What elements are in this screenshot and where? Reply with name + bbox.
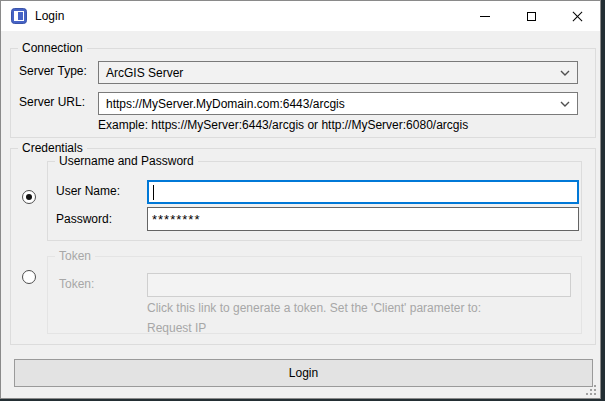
chevron-down-icon	[560, 101, 570, 107]
server-type-combobox[interactable]: ArcGIS Server	[98, 61, 578, 84]
user-name-input[interactable]	[147, 180, 579, 204]
resize-grip-icon[interactable]	[585, 384, 597, 396]
username-password-radio[interactable]	[22, 190, 36, 204]
password-input[interactable]	[147, 207, 579, 231]
server-url-example-text: Example: https://MyServer:6443/arcgis or…	[98, 118, 468, 132]
token-label: Token:	[59, 277, 94, 291]
server-url-combobox[interactable]: https://MyServer.MyDomain.com:6443/arcgi…	[98, 92, 578, 115]
chevron-down-icon	[560, 70, 570, 76]
window-title: Login	[35, 1, 64, 31]
server-type-value: ArcGIS Server	[106, 66, 183, 80]
maximize-icon	[527, 12, 536, 21]
request-ip-link[interactable]: Request IP	[147, 321, 206, 335]
token-hint-text: Click this link to generate a token. Set…	[147, 301, 481, 315]
login-button[interactable]: Login	[14, 359, 593, 387]
login-dialog: Login Connection Server Type: ArcGIS Ser…	[0, 0, 601, 399]
minimize-icon	[480, 16, 490, 17]
server-type-label: Server Type:	[19, 64, 87, 78]
screenshot-stage: Login Connection Server Type: ArcGIS Ser…	[0, 0, 605, 401]
connection-group-label: Connection	[18, 41, 87, 56]
close-icon	[572, 11, 583, 22]
token-radio[interactable]	[22, 270, 36, 284]
token-input[interactable]	[147, 273, 571, 297]
password-label: Password:	[56, 212, 112, 226]
maximize-button[interactable]	[508, 1, 554, 31]
user-name-label: User Name:	[56, 184, 120, 198]
username-password-group-label: Username and Password	[55, 154, 198, 169]
text-caret	[153, 185, 154, 200]
form-icon	[11, 8, 27, 24]
server-url-label: Server URL:	[19, 95, 85, 109]
minimize-button[interactable]	[462, 1, 508, 31]
titlebar[interactable]: Login	[1, 1, 600, 31]
close-button[interactable]	[554, 1, 600, 31]
token-group-label: Token	[55, 249, 95, 264]
server-url-value: https://MyServer.MyDomain.com:6443/arcgi…	[106, 97, 345, 111]
